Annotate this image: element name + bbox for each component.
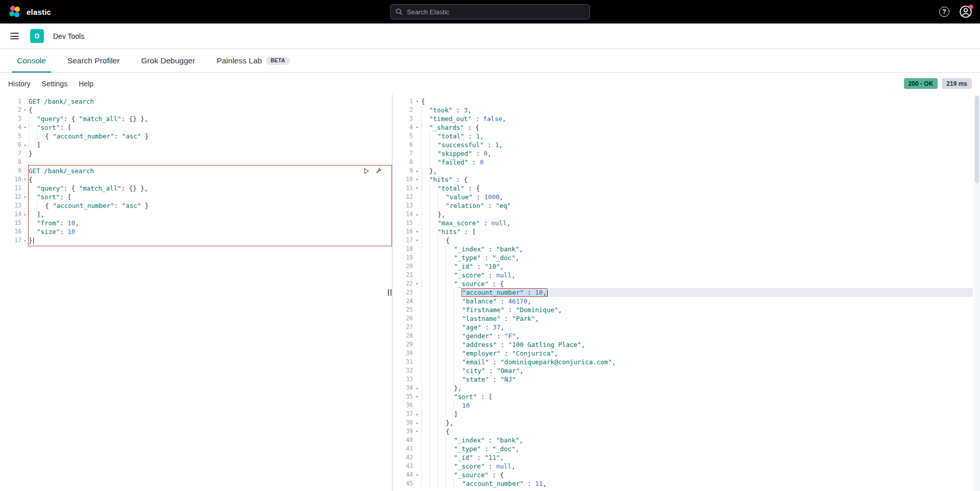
fold-toggle-icon[interactable]: ▴ bbox=[413, 410, 421, 418]
response-line-42[interactable]: 42 "_id" : "11", bbox=[393, 453, 973, 462]
scrollbar-thumb[interactable] bbox=[975, 96, 979, 183]
fold-toggle-icon[interactable]: ▴ bbox=[21, 141, 29, 149]
fold-toggle-icon[interactable]: ▴ bbox=[21, 236, 29, 245]
request-line-9[interactable]: 9GET /bank/_search bbox=[5, 167, 392, 175]
response-line-38[interactable]: 38▴ }, bbox=[393, 418, 973, 427]
fold-toggle-icon[interactable]: ▾ bbox=[413, 227, 421, 236]
response-line-39[interactable]: 39▾ { bbox=[393, 427, 973, 436]
response-line-41[interactable]: 41 "_type" : "_doc", bbox=[393, 445, 973, 453]
response-line-25[interactable]: 25 "firstname" : "Dominique", bbox=[393, 306, 973, 314]
tab-search-profiler[interactable]: Search Profiler bbox=[62, 49, 125, 72]
response-line-26[interactable]: 26 "lastname" : "Park", bbox=[393, 314, 973, 323]
fold-toggle-icon[interactable]: ▾ bbox=[413, 279, 421, 288]
menu-settings[interactable]: Settings bbox=[42, 80, 68, 88]
menu-history[interactable]: History bbox=[8, 80, 31, 88]
response-line-11[interactable]: 11▾ "total" : { bbox=[393, 184, 973, 193]
fold-toggle-icon[interactable]: ▴ bbox=[413, 167, 421, 175]
fold-toggle-icon[interactable]: ▴ bbox=[413, 210, 421, 219]
request-line-1[interactable]: 1GET /bank/_search bbox=[5, 97, 392, 106]
response-line-4[interactable]: 4▾ "_shards" : { bbox=[393, 123, 973, 132]
request-line-5[interactable]: 5 { "account_number": "asc" } bbox=[5, 132, 392, 141]
response-scrollbar[interactable] bbox=[974, 95, 980, 491]
response-line-44[interactable]: 44▾ "_source" : { bbox=[393, 471, 973, 479]
response-line-40[interactable]: 40 "_index" : "bank", bbox=[393, 436, 973, 445]
request-line-3[interactable]: 3 "query": { "match_all": {} }, bbox=[5, 114, 392, 123]
fold-toggle-icon[interactable]: ▴ bbox=[413, 384, 421, 392]
search-input[interactable] bbox=[407, 8, 584, 16]
response-line-24[interactable]: 24 "balance" : 46170, bbox=[393, 297, 973, 306]
response-line-32[interactable]: 32 "city" : "Omar", bbox=[393, 366, 973, 375]
space-badge-default[interactable]: D bbox=[30, 29, 44, 43]
request-options-button[interactable] bbox=[375, 167, 383, 175]
fold-toggle-icon[interactable]: ▾ bbox=[413, 392, 421, 401]
response-line-21[interactable]: 21 "_score" : null, bbox=[393, 271, 973, 279]
response-line-14[interactable]: 14▴ }, bbox=[393, 210, 973, 219]
fold-toggle-icon[interactable]: ▴ bbox=[21, 210, 29, 219]
response-line-5[interactable]: 5 "total" : 1, bbox=[393, 132, 973, 141]
response-line-45[interactable]: 45 "account_number" : 11, bbox=[393, 479, 973, 488]
menu-hamburger-icon[interactable] bbox=[8, 31, 21, 41]
menu-help[interactable]: Help bbox=[79, 80, 93, 88]
fold-toggle-icon[interactable]: ▾ bbox=[413, 175, 421, 184]
response-line-28[interactable]: 28 "gender" : "F", bbox=[393, 332, 973, 340]
response-line-16[interactable]: 16▾ "hits" : [ bbox=[393, 227, 973, 236]
request-line-10[interactable]: 10▾{ bbox=[5, 175, 392, 184]
request-line-2[interactable]: 2▾{ bbox=[5, 106, 392, 114]
help-icon[interactable]: ? bbox=[939, 7, 949, 17]
response-line-3[interactable]: 3 "timed_out" : false, bbox=[393, 114, 973, 123]
response-line-6[interactable]: 6 "successful" : 1, bbox=[393, 141, 973, 149]
response-line-36[interactable]: 36 10 bbox=[393, 401, 973, 410]
response-line-17[interactable]: 17▾ { bbox=[393, 236, 973, 245]
tab-painless-lab[interactable]: Painless LabBETA bbox=[211, 49, 295, 72]
response-line-31[interactable]: 31 "email" : "dominiquepark@conjurica.co… bbox=[393, 358, 973, 366]
response-line-30[interactable]: 30 "employer" : "Conjurica", bbox=[393, 349, 973, 358]
response-line-9[interactable]: 9▴ }, bbox=[393, 167, 973, 175]
response-line-15[interactable]: 15 "max_score" : null, bbox=[393, 219, 973, 227]
response-line-22[interactable]: 22▾ "_source" : { bbox=[393, 279, 973, 288]
response-line-1[interactable]: 1▾{ bbox=[393, 97, 973, 106]
response-line-10[interactable]: 10▾ "hits" : { bbox=[393, 175, 973, 184]
response-editor[interactable]: 1▾{2 "took" : 3,3 "timed_out" : false,4▾… bbox=[393, 95, 980, 491]
response-line-27[interactable]: 27 "age" : 37, bbox=[393, 323, 973, 332]
response-line-37[interactable]: 37▴ ] bbox=[393, 410, 973, 418]
response-line-13[interactable]: 13 "relation" : "eq" bbox=[393, 201, 973, 210]
fold-toggle-icon[interactable]: ▾ bbox=[21, 175, 29, 184]
request-line-17[interactable]: 17▴} bbox=[5, 236, 392, 245]
user-avatar[interactable] bbox=[960, 6, 972, 18]
fold-toggle-icon[interactable]: ▾ bbox=[21, 106, 29, 114]
request-line-4[interactable]: 4▾ "sort": [ bbox=[5, 123, 392, 132]
request-line-11[interactable]: 11 "query": { "match_all": {} }, bbox=[5, 184, 392, 193]
response-line-23[interactable]: 23 "account_number" : 10, bbox=[393, 288, 973, 297]
response-line-2[interactable]: 2 "took" : 3, bbox=[393, 106, 973, 114]
request-line-8[interactable]: 8 bbox=[5, 158, 392, 167]
request-line-16[interactable]: 16 "size": 10 bbox=[5, 227, 392, 236]
send-request-button[interactable] bbox=[362, 167, 370, 175]
response-line-34[interactable]: 34▴ }, bbox=[393, 384, 973, 392]
response-line-12[interactable]: 12 "value" : 1000, bbox=[393, 193, 973, 201]
response-line-43[interactable]: 43 "_score" : null, bbox=[393, 462, 973, 471]
request-editor[interactable]: 1GET /bank/_search2▾{3 "query": { "match… bbox=[5, 95, 392, 491]
fold-toggle-icon[interactable]: ▾ bbox=[413, 123, 421, 132]
fold-toggle-icon[interactable]: ▾ bbox=[413, 236, 421, 245]
fold-toggle-icon[interactable]: ▾ bbox=[413, 97, 421, 106]
fold-toggle-icon[interactable]: ▴ bbox=[413, 418, 421, 427]
response-line-19[interactable]: 19 "_type" : "_doc", bbox=[393, 253, 973, 262]
request-line-13[interactable]: 13 { "account_number": "asc" } bbox=[5, 201, 392, 210]
response-line-20[interactable]: 20 "_id" : "10", bbox=[393, 262, 973, 271]
request-line-15[interactable]: 15 "from": 10, bbox=[5, 219, 392, 227]
request-line-6[interactable]: 6▴ ] bbox=[5, 141, 392, 149]
fold-toggle-icon[interactable]: ▾ bbox=[21, 193, 29, 201]
panel-resize-handle-icon[interactable] bbox=[388, 289, 391, 296]
tab-grok-debugger[interactable]: Grok Debugger bbox=[136, 49, 200, 72]
response-line-33[interactable]: 33 "state" : "NJ" bbox=[393, 375, 973, 384]
request-line-7[interactable]: 7} bbox=[5, 149, 392, 158]
response-line-7[interactable]: 7 "skipped" : 0, bbox=[393, 149, 973, 158]
fold-toggle-icon[interactable]: ▾ bbox=[413, 184, 421, 193]
request-line-12[interactable]: 12▾ "sort": [ bbox=[5, 193, 392, 201]
fold-toggle-icon[interactable]: ▾ bbox=[413, 471, 421, 479]
response-line-35[interactable]: 35▾ "sort" : [ bbox=[393, 392, 973, 401]
request-line-14[interactable]: 14▴ ], bbox=[5, 210, 392, 219]
global-search[interactable] bbox=[390, 4, 590, 19]
tab-console[interactable]: Console bbox=[12, 49, 51, 72]
response-line-29[interactable]: 29 "address" : "100 Gatling Place", bbox=[393, 340, 973, 349]
